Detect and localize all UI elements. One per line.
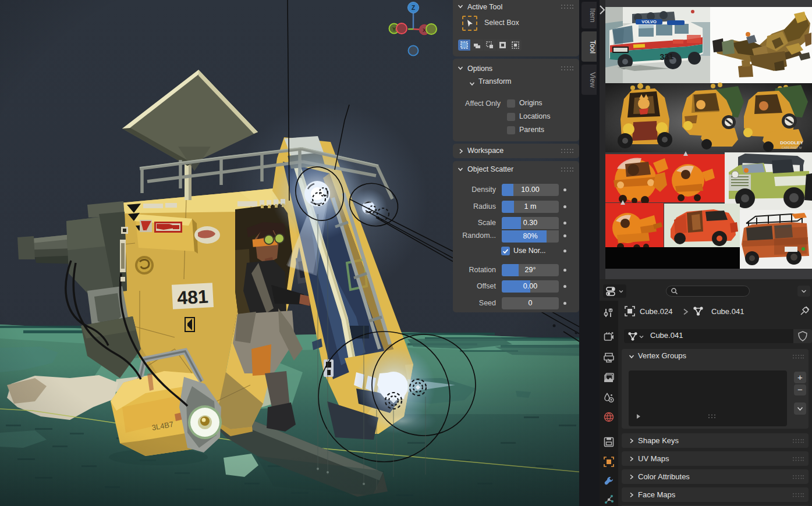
svg-text:VOLVO: VOLVO (641, 19, 657, 24)
svg-text:DOODLEY: DOODLEY (780, 140, 803, 145)
svg-text:331: 331 (659, 51, 674, 62)
svg-text:Y: Y (392, 26, 396, 32)
svg-text:X: X (423, 27, 426, 33)
svg-text:Z: Z (412, 5, 415, 11)
svg-text:CARS·PART IV: CARS·PART IV (782, 146, 802, 149)
